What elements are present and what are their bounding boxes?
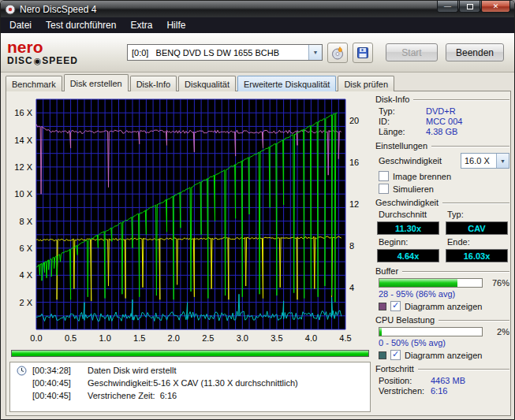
app-icon [5, 4, 16, 15]
window-controls: — ✕ [437, 1, 510, 13]
position-row: Position:4463 MB [379, 376, 509, 385]
section-cpu: CPU Belastung 2% 0 - 50% (5% avg) Diagra… [375, 315, 509, 360]
tab-benchmark[interactable]: Benchmark [6, 76, 62, 91]
svg-text:12 X: 12 X [14, 162, 32, 172]
burn-disc-button[interactable] [327, 43, 348, 63]
log-timestamp: [00:40:45] [32, 391, 80, 400]
buffer-range: 28 - 95% (86% avg) [379, 289, 509, 299]
section-title: CPU Belastung [375, 315, 435, 325]
buffer-diagram-label: Diagramm anzeigen [405, 302, 482, 311]
svg-text:4.0: 4.0 [305, 333, 317, 343]
overall-progress-bar [11, 350, 369, 357]
toolbar: nero DISC ◉ SPEED [0:0] BENQ DVD LS DW 1… [1, 33, 514, 72]
chart-bg [36, 99, 345, 329]
start-button[interactable]: Start [386, 43, 438, 61]
disk-length-label: Länge: [379, 127, 426, 136]
log-timestamp: [00:34:28] [32, 366, 80, 375]
buffer-diagram-row: Diagramm anzeigen [379, 301, 509, 311]
speed-setting-row: Geschwindigkeit 16.0 X ▼ [379, 153, 509, 169]
app-window: Nero DiscSpeed 4 — ✕ Datei Test durchfüh… [0, 0, 515, 420]
logo-eye-icon: ◉ [34, 57, 42, 66]
menu-datei[interactable]: Datei [2, 18, 39, 32]
begin-speed-value: 4.64x [377, 249, 439, 262]
clock-icon [17, 366, 27, 377]
section-title: Disk-Info [375, 95, 409, 104]
drive-select[interactable]: [0:0] BENQ DVD LS DW 1655 BCHB ▼ [127, 44, 323, 61]
svg-text:4 X: 4 X [19, 270, 32, 280]
log-text: Verstrichene Zeit: 6:16 [88, 391, 177, 400]
save-button[interactable] [353, 43, 373, 63]
elapsed-row: Verstrichen:6:16 [379, 386, 509, 396]
overall-progress-fill [12, 351, 368, 356]
divider [438, 320, 509, 321]
svg-text:2 X: 2 X [19, 298, 32, 307]
svg-text:16: 16 [349, 158, 359, 167]
speed-select[interactable]: 16.0 X ▼ [461, 153, 509, 169]
section-einstellungen: Einstellungen Geschwindigkeit 16.0 X ▼ I… [375, 141, 509, 194]
discspeed-wordmark: DISC ◉ SPEED [7, 56, 127, 66]
log-text: Geschwindigkeit:5-16 X CAV (11.30 X durc… [88, 378, 298, 388]
disk-id-value: MCC 004 [426, 117, 462, 126]
svg-text:1.5: 1.5 [133, 333, 145, 343]
simulieren-row: Simulieren [379, 184, 509, 194]
nero-discspeed-logo: nero DISC ◉ SPEED [7, 39, 127, 66]
cpu-diagram-row: Diagramm anzeigen [379, 350, 509, 360]
buffer-swatch [379, 303, 386, 310]
log-timestamp: [00:40:45] [32, 378, 80, 388]
section-title: Buffer [375, 266, 398, 276]
create-disc-chart: 2 X4 X6 X8 X10 X12 X14 X16 X481216200.00… [8, 93, 371, 347]
cpu-bar-fill [379, 328, 382, 336]
svg-text:14 X: 14 X [14, 136, 32, 145]
speed-setting-label: Geschwindigkeit [379, 156, 461, 165]
buffer-bar-fill [379, 279, 457, 287]
close-button[interactable]: ✕ [481, 1, 510, 13]
position-value: 4463 MB [431, 376, 465, 385]
speed-select-value: 16.0 X [461, 156, 496, 165]
logo-speed-text: SPEED [42, 56, 78, 66]
chart-panel: 2 X4 X6 X8 X10 X12 X14 X16 X481216200.00… [8, 93, 372, 415]
speed-type-label: Typ: [446, 210, 508, 219]
minimize-button[interactable]: — [437, 1, 458, 13]
titlebar[interactable]: Nero DiscSpeed 4 — ✕ [1, 1, 514, 17]
buffer-percent: 76% [487, 278, 509, 288]
tab-erweiterte-diskqualitaet[interactable]: Erweiterte Diskqualität [237, 76, 336, 91]
cpu-swatch [379, 351, 386, 359]
tab-diskqualitaet[interactable]: Diskqualität [178, 76, 236, 91]
chevron-down-icon[interactable]: ▼ [496, 154, 509, 168]
beenden-button[interactable]: Beenden [446, 43, 504, 61]
log-line: [00:34:28] Daten Disk wird erstellt [15, 366, 367, 375]
disk-id-row: ID:MCC 004 [379, 117, 509, 126]
svg-text:0.0: 0.0 [30, 333, 42, 343]
section-disk-info: Disk-Info Typ:DVD+R ID:MCC 004 Länge:4.3… [375, 95, 509, 137]
buffer-bar-row: 76% [379, 278, 509, 288]
chevron-down-icon[interactable]: ▼ [308, 45, 322, 60]
disk-type-label: Typ: [379, 106, 426, 116]
window-title: Nero DiscSpeed 4 [20, 4, 96, 15]
buffer-diagram-checkbox[interactable] [390, 301, 401, 311]
speed-type-value: CAV [446, 221, 508, 235]
elapsed-value: 6:16 [431, 386, 447, 396]
section-title: Fortschritt [375, 364, 414, 374]
save-icon [356, 46, 369, 59]
log-line: [00:40:45] Geschwindigkeit:5-16 X CAV (1… [15, 378, 367, 388]
log-text: Daten Disk wird erstellt [88, 366, 176, 375]
svg-text:8 X: 8 X [19, 217, 32, 226]
disk-length-row: Länge:4.38 GB [379, 127, 509, 136]
simulieren-checkbox[interactable] [379, 184, 389, 194]
tab-disk-info[interactable]: Disk-Info [130, 76, 177, 91]
cpu-diagram-checkbox[interactable] [390, 350, 401, 360]
divider [413, 99, 509, 100]
menu-hilfe[interactable]: Hilfe [159, 18, 192, 32]
maximize-button[interactable] [459, 1, 480, 13]
drive-select-value: [0:0] BENQ DVD LS DW 1655 BCHB [132, 48, 279, 58]
section-geschwindigkeit: Geschwindigkeit Durchschnitt Typ: 11.30x… [375, 198, 509, 262]
menu-extra[interactable]: Extra [123, 18, 159, 32]
cpu-diagram-label: Diagramm anzeigen [405, 351, 482, 360]
svg-text:2.0: 2.0 [168, 333, 180, 343]
cpu-bar [379, 327, 483, 336]
menu-test-durchfuehren[interactable]: Test durchführen [39, 18, 123, 32]
image-brennen-checkbox[interactable] [379, 171, 389, 181]
svg-text:16 X: 16 X [14, 108, 32, 117]
tab-disk-erstellen[interactable]: Disk erstellen [64, 74, 129, 91]
tab-disk-pruefen[interactable]: Disk prüfen [338, 76, 394, 91]
